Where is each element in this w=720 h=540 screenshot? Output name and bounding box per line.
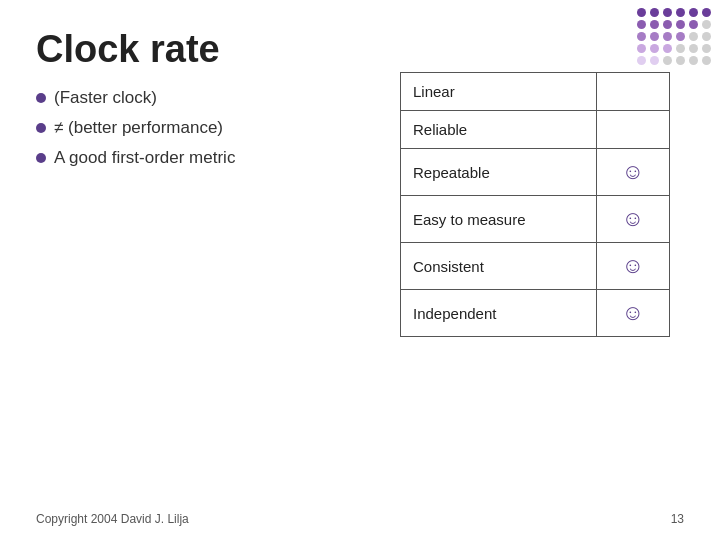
bullet-item-1: (Faster clock) <box>36 88 235 108</box>
criteria-smiley: ☺ <box>596 149 669 196</box>
criteria-label: Repeatable <box>401 149 597 196</box>
criteria-label: Reliable <box>401 111 597 149</box>
table-row: Easy to measure☺ <box>401 196 670 243</box>
criteria-smiley: ☺ <box>596 243 669 290</box>
criteria-smiley: ☺ <box>596 196 669 243</box>
decorative-dots <box>637 8 712 65</box>
criteria-label: Consistent <box>401 243 597 290</box>
bullet-item-3: A good first-order metric <box>36 148 235 168</box>
bullet-list: (Faster clock) ≠ (better performance) A … <box>36 88 235 178</box>
bullet-dot <box>36 93 46 103</box>
footer: Copyright 2004 David J. Lilja 13 <box>0 512 720 526</box>
page-number: 13 <box>671 512 684 526</box>
table-row: Consistent☺ <box>401 243 670 290</box>
copyright-text: Copyright 2004 David J. Lilja <box>36 512 189 526</box>
table-row: Repeatable☺ <box>401 149 670 196</box>
criteria-smiley: ☺ <box>596 290 669 337</box>
criteria-table: LinearReliableRepeatable☺Easy to measure… <box>400 72 670 337</box>
criteria-label: Linear <box>401 73 597 111</box>
table-row: Linear <box>401 73 670 111</box>
bullet-dot <box>36 153 46 163</box>
criteria-label: Easy to measure <box>401 196 597 243</box>
criteria-smiley <box>596 111 669 149</box>
bullet-item-2: ≠ (better performance) <box>36 118 235 138</box>
criteria-smiley <box>596 73 669 111</box>
table-row: Independent☺ <box>401 290 670 337</box>
page-title: Clock rate <box>36 28 220 71</box>
criteria-label: Independent <box>401 290 597 337</box>
bullet-dot <box>36 123 46 133</box>
table-row: Reliable <box>401 111 670 149</box>
